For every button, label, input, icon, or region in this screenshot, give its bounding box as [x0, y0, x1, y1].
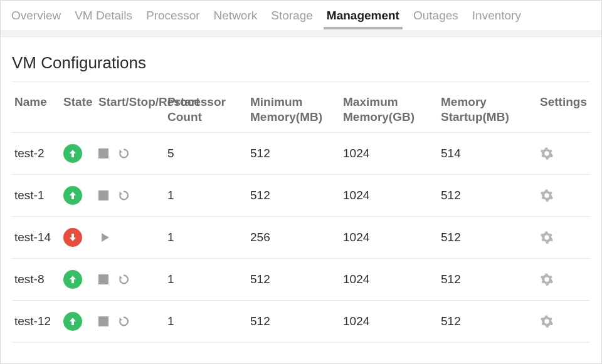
cell-proc: 1: [165, 300, 248, 342]
cell-settings: [537, 132, 590, 174]
cell-name: test-14: [12, 216, 61, 258]
cell-startmem: 514: [438, 132, 537, 174]
col-header-startmem[interactable]: Memory Startup(MB): [438, 91, 537, 132]
cell-proc: 1: [165, 174, 248, 216]
arrow-up-icon: [63, 312, 82, 331]
cell-maxmem: 1024: [341, 174, 438, 216]
tab-inventory[interactable]: Inventory: [465, 3, 528, 29]
col-header-proc[interactable]: Processor Count: [165, 91, 248, 132]
cell-proc: 1: [165, 216, 248, 258]
col-header-ssr[interactable]: Start/Stop/Restart: [96, 91, 165, 132]
cell-name: test-8: [12, 258, 61, 300]
restart-icon[interactable]: [117, 273, 131, 286]
page-title: VM Configurations: [12, 53, 590, 82]
cell-proc: 5: [165, 132, 248, 174]
cell-startmem: 512: [438, 216, 537, 258]
svg-point-0: [546, 152, 549, 155]
cell-name: test-12: [12, 300, 61, 342]
cell-name: test-1: [12, 174, 61, 216]
cell-startmem: 512: [438, 300, 537, 342]
cell-settings: [537, 216, 590, 258]
cell-minmem: 512: [248, 300, 341, 342]
stop-icon[interactable]: [98, 274, 108, 284]
svg-point-1: [546, 194, 549, 197]
tab-outages[interactable]: Outages: [406, 3, 465, 29]
cell-settings: [537, 174, 590, 216]
cell-start-stop-restart: [96, 300, 165, 342]
cell-minmem: 512: [248, 174, 341, 216]
cell-start-stop-restart: [96, 258, 165, 300]
gear-icon[interactable]: [540, 231, 588, 244]
cell-start-stop-restart: [96, 216, 165, 258]
tab-storage[interactable]: Storage: [264, 3, 320, 29]
cell-proc: 1: [165, 258, 248, 300]
col-header-name[interactable]: Name: [12, 91, 61, 132]
cell-name: test-2: [12, 132, 61, 174]
col-header-settings[interactable]: Settings: [537, 91, 590, 132]
cell-state: [61, 300, 96, 342]
arrow-up-icon: [63, 144, 82, 163]
cell-state: [61, 216, 96, 258]
gear-icon[interactable]: [540, 147, 588, 160]
vm-table: Name State Start/Stop/Restart Processor …: [12, 91, 590, 343]
gear-icon[interactable]: [540, 189, 588, 202]
stop-icon[interactable]: [98, 148, 108, 159]
restart-icon[interactable]: [117, 147, 131, 160]
table-row: test-12 15121024512: [12, 300, 590, 342]
table-row: test-14 12561024512: [12, 216, 590, 258]
tab-bar: Overview VM Details Processor Network St…: [1, 1, 601, 31]
cell-minmem: 512: [248, 132, 341, 174]
cell-minmem: 512: [248, 258, 341, 300]
cell-minmem: 256: [248, 216, 341, 258]
svg-point-2: [546, 236, 549, 239]
tab-vm-details[interactable]: VM Details: [68, 3, 139, 29]
arrow-up-icon: [63, 270, 82, 289]
cell-state: [61, 132, 96, 174]
svg-point-3: [546, 278, 549, 281]
cell-settings: [537, 300, 590, 342]
tab-network[interactable]: Network: [207, 3, 265, 29]
restart-icon[interactable]: [117, 189, 131, 202]
cell-startmem: 512: [438, 258, 537, 300]
cell-start-stop-restart: [96, 132, 165, 174]
cell-state: [61, 174, 96, 216]
stop-icon[interactable]: [98, 316, 108, 326]
svg-point-4: [546, 320, 549, 323]
col-header-state[interactable]: State: [61, 91, 96, 132]
col-header-minmem[interactable]: Minimum Memory(MB): [248, 91, 341, 132]
table-row: test-1 15121024512: [12, 174, 590, 216]
cell-maxmem: 1024: [341, 300, 438, 342]
cell-maxmem: 1024: [341, 132, 438, 174]
play-icon[interactable]: [98, 231, 111, 244]
tab-overview[interactable]: Overview: [4, 3, 68, 29]
cell-maxmem: 1024: [341, 258, 438, 300]
gear-icon[interactable]: [540, 273, 588, 286]
tab-processor[interactable]: Processor: [139, 3, 207, 29]
stop-icon[interactable]: [98, 190, 108, 200]
gear-icon[interactable]: [540, 315, 588, 328]
sub-bar: [1, 31, 601, 37]
table-header-row: Name State Start/Stop/Restart Processor …: [12, 91, 590, 132]
cell-startmem: 512: [438, 174, 537, 216]
arrow-down-icon: [63, 228, 82, 247]
table-row: test-2 55121024514: [12, 132, 590, 174]
cell-start-stop-restart: [96, 174, 165, 216]
cell-maxmem: 1024: [341, 216, 438, 258]
cell-state: [61, 258, 96, 300]
cell-settings: [537, 258, 590, 300]
tab-management[interactable]: Management: [320, 3, 406, 29]
restart-icon[interactable]: [117, 315, 131, 328]
arrow-up-icon: [63, 186, 82, 205]
table-row: test-8 15121024512: [12, 258, 590, 300]
col-header-maxmem[interactable]: Maximum Memory(GB): [341, 91, 438, 132]
